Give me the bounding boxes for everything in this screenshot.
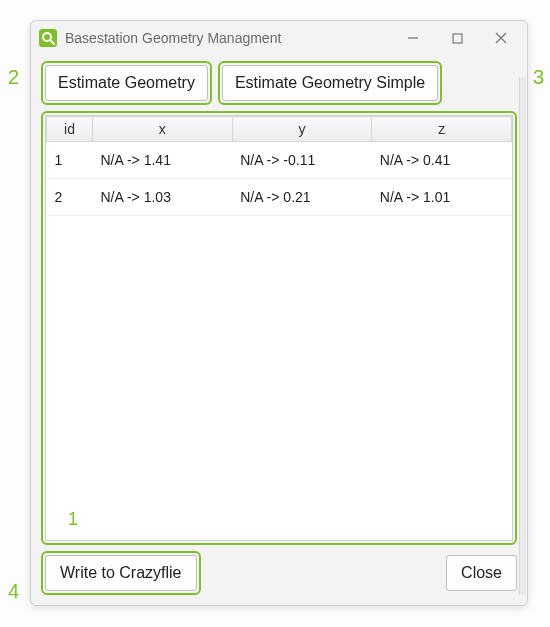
dialog-window: Basestation Geometry Managment Estimate …	[30, 20, 528, 606]
close-button[interactable]: Close	[446, 555, 517, 591]
cell-y[interactable]: N/A -> -0.11	[232, 142, 372, 179]
dialog-body: Estimate Geometry Estimate Geometry Simp…	[31, 55, 527, 605]
cell-z[interactable]: N/A -> 0.41	[372, 142, 512, 179]
footer-row: Write to Crazyflie Close	[41, 551, 517, 595]
cell-x[interactable]: N/A -> 1.03	[93, 179, 233, 216]
col-header-x[interactable]: x	[93, 117, 233, 142]
table-row[interactable]: 2 N/A -> 1.03 N/A -> 0.21 N/A -> 1.01	[47, 179, 512, 216]
annotation-4: 4	[8, 580, 19, 603]
scrollbar-hint	[519, 77, 526, 595]
table-header-row: id x y z	[47, 117, 512, 142]
top-button-row: Estimate Geometry Estimate Geometry Simp…	[41, 61, 517, 105]
svg-rect-4	[453, 34, 462, 43]
annotation-1: 1	[68, 509, 78, 530]
highlight-estimate-simple: Estimate Geometry Simple	[218, 61, 442, 105]
cell-x[interactable]: N/A -> 1.41	[93, 142, 233, 179]
highlight-table-area: id x y z 1 N/A -> 1.41 N/A -> -0.11 N/A …	[41, 111, 517, 545]
cell-y[interactable]: N/A -> 0.21	[232, 179, 372, 216]
maximize-button[interactable]	[435, 23, 479, 53]
cell-id[interactable]: 2	[47, 179, 93, 216]
highlight-estimate: Estimate Geometry	[41, 61, 212, 105]
annotation-3: 3	[533, 66, 544, 89]
app-icon	[39, 29, 57, 47]
cell-z[interactable]: N/A -> 1.01	[372, 179, 512, 216]
col-header-y[interactable]: y	[232, 117, 372, 142]
col-header-z[interactable]: z	[372, 117, 512, 142]
estimate-geometry-simple-button[interactable]: Estimate Geometry Simple	[222, 65, 438, 101]
window-title: Basestation Geometry Managment	[65, 30, 281, 46]
geometry-table[interactable]: id x y z 1 N/A -> 1.41 N/A -> -0.11 N/A …	[46, 116, 512, 216]
window-close-button[interactable]	[479, 23, 523, 53]
minimize-button[interactable]	[391, 23, 435, 53]
cell-id[interactable]: 1	[47, 142, 93, 179]
write-to-crazyflie-button[interactable]: Write to Crazyflie	[45, 555, 197, 591]
col-header-id[interactable]: id	[47, 117, 93, 142]
table-row[interactable]: 1 N/A -> 1.41 N/A -> -0.11 N/A -> 0.41	[47, 142, 512, 179]
titlebar: Basestation Geometry Managment	[31, 21, 527, 55]
highlight-write: Write to Crazyflie	[41, 551, 201, 595]
annotation-2: 2	[8, 66, 19, 89]
estimate-geometry-button[interactable]: Estimate Geometry	[45, 65, 208, 101]
geometry-table-container: id x y z 1 N/A -> 1.41 N/A -> -0.11 N/A …	[45, 115, 513, 541]
